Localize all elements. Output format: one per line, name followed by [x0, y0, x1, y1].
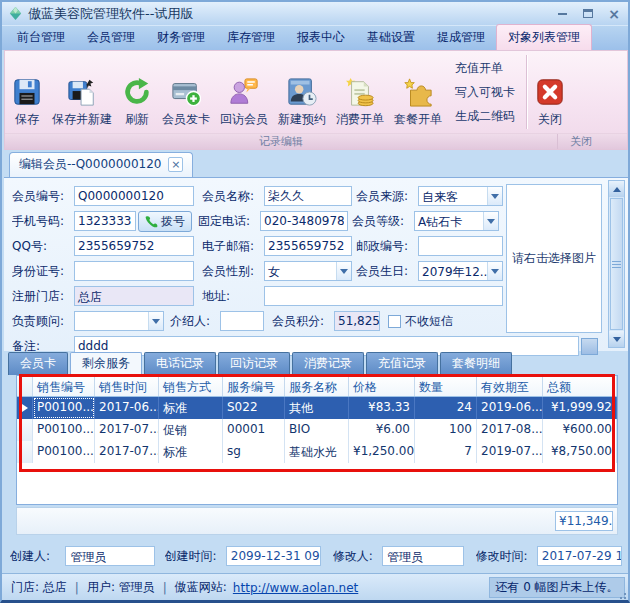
member-source-select[interactable]: 自来客: [418, 186, 503, 206]
table-cell[interactable]: P00100...: [33, 419, 95, 441]
close-record-button[interactable]: 关闭: [530, 54, 570, 130]
aolan-website-link[interactable]: http://www.aolan.net: [233, 581, 358, 595]
table-cell[interactable]: 基础水光: [285, 441, 349, 463]
table-cell[interactable]: 7: [415, 441, 477, 463]
tab-remaining-services[interactable]: 剩余服务: [70, 352, 142, 375]
mobile-field[interactable]: [74, 211, 136, 231]
table-cell[interactable]: 2017-06...: [95, 397, 159, 419]
column-header[interactable]: 服务名称: [285, 376, 349, 396]
visit-member-button[interactable]: 回访会员: [215, 54, 273, 130]
tab-edit-member[interactable]: 编辑会员--Q0000000120 ×: [9, 152, 193, 177]
table-cell[interactable]: 00001: [223, 419, 285, 441]
recharge-bill-button[interactable]: 充值开单: [453, 58, 517, 79]
table-cell[interactable]: ¥6.00: [349, 419, 415, 441]
menu-item-reports[interactable]: 报表中心: [286, 25, 356, 50]
member-photo-box[interactable]: 请右击选择图片: [506, 184, 602, 333]
tab-member-card[interactable]: 会员卡: [8, 352, 68, 375]
menu-item-member[interactable]: 会员管理: [76, 25, 146, 50]
column-header[interactable]: 销售编号: [33, 376, 95, 396]
member-no-field[interactable]: [74, 186, 194, 206]
table-cell[interactable]: P00100...: [33, 397, 95, 419]
address-field[interactable]: [264, 286, 503, 306]
menu-item-front-desk[interactable]: 前台管理: [6, 25, 76, 50]
column-header[interactable]: 价格: [349, 376, 415, 396]
no-sms-checkbox[interactable]: [388, 315, 401, 328]
tab-recharge-records[interactable]: 充值记录: [366, 352, 438, 375]
tab-call-records[interactable]: 电话记录: [144, 352, 216, 375]
chevron-down-icon[interactable]: [336, 262, 351, 280]
consultant-select[interactable]: [74, 311, 164, 331]
menu-item-object-list[interactable]: 对象列表管理: [496, 24, 592, 50]
dial-button[interactable]: 拨号: [138, 211, 192, 232]
tab-consume-records[interactable]: 消费记录: [292, 352, 364, 375]
menu-item-commission[interactable]: 提成管理: [426, 25, 496, 50]
column-header[interactable]: 有效期至: [477, 376, 543, 396]
chevron-down-icon[interactable]: [483, 212, 498, 230]
table-cell[interactable]: ¥600.00: [543, 419, 617, 441]
table-cell[interactable]: 2017-08...: [477, 419, 543, 441]
table-cell[interactable]: ¥1,250.00: [349, 441, 415, 463]
table-row[interactable]: P00100... 2017-07... 标准 sg 基础水光 ¥1,250.0…: [17, 441, 617, 463]
package-bill-button[interactable]: 套餐开单: [389, 54, 447, 130]
column-header[interactable]: 总额: [543, 376, 617, 396]
tab-visit-records[interactable]: 回访记录: [218, 352, 290, 375]
table-row[interactable]: P00100... 2017-06... 标准 S022 其他 ¥83.33 2…: [17, 397, 617, 419]
write-visual-card-button[interactable]: 写入可视卡: [453, 82, 517, 103]
consume-bill-button[interactable]: 消费开单: [331, 54, 389, 130]
table-cell[interactable]: 2017-07...: [95, 419, 159, 441]
save-button[interactable]: 保存: [7, 54, 47, 130]
menu-item-settings[interactable]: 基础设置: [356, 25, 426, 50]
landline-field[interactable]: [260, 211, 348, 231]
column-header[interactable]: 销售方式: [159, 376, 223, 396]
chevron-down-icon[interactable]: [148, 312, 163, 330]
save-and-new-button[interactable]: 保存并新建: [47, 54, 117, 130]
tab-close-icon[interactable]: ×: [168, 157, 183, 172]
table-cell[interactable]: 2017-07...: [95, 441, 159, 463]
new-appointment-button[interactable]: 新建预约: [273, 54, 331, 130]
scrollbar-thumb[interactable]: [610, 198, 623, 330]
introducer-field[interactable]: [220, 311, 264, 331]
column-header[interactable]: 服务编号: [223, 376, 285, 396]
table-cell[interactable]: 其他: [285, 397, 349, 419]
chevron-down-icon[interactable]: [487, 187, 502, 205]
member-level-select[interactable]: A钻石卡: [414, 211, 499, 231]
refresh-button[interactable]: 刷新: [117, 54, 157, 130]
chevron-down-icon[interactable]: [487, 262, 502, 280]
table-cell[interactable]: P00100...: [33, 441, 95, 463]
form-scrollbar[interactable]: [608, 180, 625, 348]
table-cell[interactable]: ¥8,750.00: [543, 441, 617, 463]
member-name-field[interactable]: [264, 186, 352, 206]
table-cell[interactable]: 2019-07...: [477, 441, 543, 463]
resize-grip-icon[interactable]: [617, 590, 627, 600]
tab-package-details[interactable]: 套餐明细: [440, 352, 512, 375]
table-row[interactable]: P00100... 2017-07... 促销 00001 BIO ¥6.00 …: [17, 419, 617, 441]
scroll-up-icon[interactable]: [609, 181, 624, 197]
qq-field[interactable]: [74, 236, 194, 256]
table-cell[interactable]: BIO: [285, 419, 349, 441]
table-cell[interactable]: 2019-06...: [477, 397, 543, 419]
menu-item-finance[interactable]: 财务管理: [146, 25, 216, 50]
table-cell[interactable]: 100: [415, 419, 477, 441]
table-cell[interactable]: 标准: [159, 441, 223, 463]
table-cell[interactable]: sg: [223, 441, 285, 463]
maximize-icon[interactable]: [580, 7, 596, 21]
table-cell[interactable]: 标准: [159, 397, 223, 419]
column-header[interactable]: 销售时间: [95, 376, 159, 396]
postcode-field[interactable]: [418, 236, 503, 256]
email-field[interactable]: [264, 236, 352, 256]
issue-card-button[interactable]: 会员发卡: [157, 54, 215, 130]
generate-qrcode-button[interactable]: 生成二维码: [453, 106, 517, 127]
table-cell[interactable]: 促销: [159, 419, 223, 441]
gender-select[interactable]: 女: [264, 261, 352, 281]
table-cell[interactable]: ¥83.33: [349, 397, 415, 419]
birthday-select[interactable]: 2079年12...: [418, 261, 503, 281]
column-header[interactable]: 数量: [415, 376, 477, 396]
scroll-down-icon[interactable]: [609, 331, 624, 347]
table-cell[interactable]: 24: [415, 397, 477, 419]
id-card-field[interactable]: [74, 261, 194, 281]
menu-item-inventory[interactable]: 库存管理: [216, 25, 286, 50]
table-cell[interactable]: ¥1,999.92: [543, 397, 617, 419]
table-cell[interactable]: S022: [223, 397, 285, 419]
close-window-icon[interactable]: ×: [606, 7, 622, 21]
minimize-icon[interactable]: [554, 7, 570, 21]
